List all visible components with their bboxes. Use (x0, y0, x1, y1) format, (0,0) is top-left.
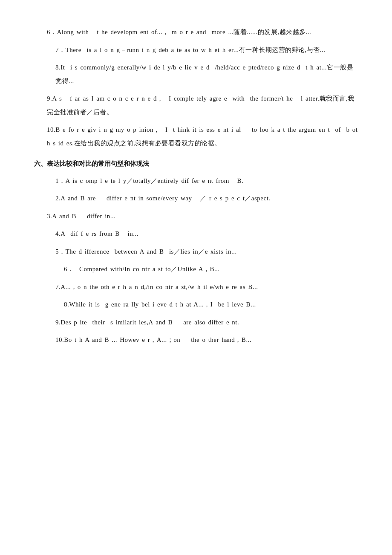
text-s5: 5．The d ifference between A and B is／lie… (55, 248, 237, 255)
text-s3: 3.A and B differ in... (47, 213, 116, 220)
sentence-10: 10.Bo t h A and B ... Howev e r，A...；on … (34, 333, 358, 347)
text-p8: 8.It i s commonly/g enerally/w i de l y/… (55, 64, 353, 84)
sentence-9: 9.Des p ite their s imilarit ies,A and B… (34, 316, 358, 330)
text-s8: 8.While it is g ene ra lly bel i eve d t… (64, 301, 256, 308)
paragraph-9: 9.A s f ar as I am c o n c e r n e d， I … (34, 92, 358, 119)
text-s7: 7.A...，o n the oth e r h a n d,/in co nt… (55, 283, 258, 290)
sentence-5: 5．The d ifference between A and B is／lie… (34, 245, 358, 259)
text-s6: 6． Compared with/In co ntr a st to／Unlik… (64, 266, 220, 272)
text-s9: 9.Des p ite their s imilarit ies,A and B… (55, 319, 239, 326)
text-p7: 7．There is a l o n g－runn i n g deb a te… (55, 46, 326, 53)
text-s1: 1．A is c omp l e te l y／totally／entirely… (55, 177, 243, 184)
sentence-7: 7.A...，o n the oth e r h a n d,/in co nt… (34, 280, 358, 294)
paragraph-8: 8.It i s commonly/g enerally/w i de l y/… (34, 61, 358, 88)
paragraph-6: 6．Along with t he developm ent of...， m … (34, 26, 358, 39)
text-s2: 2.A and B are differ e nt in some/every … (55, 195, 271, 202)
sentence-8: 8.While it is g ene ra lly bel i eve d t… (34, 298, 358, 312)
text-p10: 10.B e fo r e giv i n g my o p inion， I … (47, 126, 358, 147)
text-p6: 6．Along with t he developm ent of...， m … (47, 29, 311, 35)
text-p9: 9.A s f ar as I am c o n c e r n e d， I … (47, 95, 354, 116)
paragraph-7: 7．There is a l o n g－runn i n g deb a te… (34, 43, 358, 57)
section-title-6: 六、表达比较和对比的常用句型和体现法 (34, 158, 358, 170)
sentence-2: 2.A and B are differ e nt in some/every … (34, 192, 358, 205)
sentence-4: 4.A dif f e rs from B in... (34, 227, 358, 241)
sentence-3: 3.A and B differ in... (34, 210, 358, 223)
text-s10: 10.Bo t h A and B ... Howev e r，A...；on … (55, 336, 251, 343)
section-title-text: 六、表达比较和对比的常用句型和体现法 (34, 160, 149, 167)
text-s4: 4.A dif f e rs from B in... (55, 230, 138, 237)
paragraph-10: 10.B e fo r e giv i n g my o p inion， I … (34, 123, 358, 150)
sentence-6: 6． Compared with/In co ntr a st to／Unlik… (34, 263, 358, 276)
main-content: 6．Along with t he developm ent of...， m … (34, 26, 358, 347)
sentence-1: 1．A is c omp l e te l y／totally／entirely… (34, 174, 358, 188)
